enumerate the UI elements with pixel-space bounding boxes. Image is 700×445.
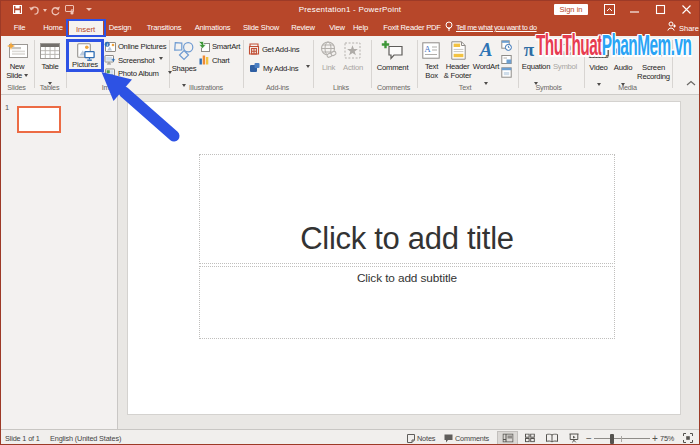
insert-tab-highlight-box bbox=[66, 19, 106, 37]
collapse-ribbon-icon[interactable] bbox=[686, 80, 696, 86]
workspace: 1 Click to add title Click to add subtit… bbox=[0, 95, 700, 429]
header-footer-icon bbox=[451, 41, 466, 60]
online-pictures-icon: i bbox=[104, 41, 116, 52]
photo-album-icon bbox=[104, 68, 116, 79]
text-box-button[interactable]: A Text Box bbox=[420, 38, 443, 92]
minimize-icon[interactable] bbox=[629, 4, 640, 15]
online-pictures-button[interactable]: i Online Pictures bbox=[104, 41, 166, 53]
zoom-level[interactable]: 75% bbox=[660, 434, 674, 443]
lightbulb-icon bbox=[445, 21, 453, 33]
title-placeholder-text[interactable]: Click to add title bbox=[199, 222, 615, 256]
sign-in-button[interactable]: Sign in bbox=[554, 4, 588, 16]
group-label-slides: Slides bbox=[7, 83, 25, 92]
my-add-ins-icon bbox=[249, 62, 261, 74]
group-label-add-ins: Add-ins bbox=[266, 83, 289, 92]
comment-icon bbox=[381, 40, 405, 61]
tell-me-box[interactable]: Tell me what you want to do bbox=[456, 23, 537, 32]
tab-home[interactable]: Home bbox=[43, 23, 62, 32]
smartart-button[interactable]: SmartArt bbox=[198, 41, 240, 53]
zoom-in-button[interactable]: + bbox=[652, 433, 658, 444]
action-icon bbox=[344, 42, 361, 59]
group-separator bbox=[243, 40, 244, 88]
tab-design[interactable]: Design bbox=[109, 23, 131, 32]
notes-button[interactable]: Notes bbox=[417, 434, 435, 443]
screenshot-icon bbox=[104, 54, 116, 65]
group-label-images: Images bbox=[102, 83, 124, 92]
wordart-button[interactable]: A WordArt bbox=[472, 38, 500, 92]
close-icon[interactable] bbox=[681, 4, 692, 15]
watermark: ThuThuatPhanMem.vn bbox=[536, 29, 691, 62]
date-time-icon[interactable] bbox=[501, 40, 512, 51]
header-footer-label-line2: & Footer bbox=[444, 72, 471, 81]
watermark-part-blue: PhanMem.vn bbox=[602, 29, 692, 61]
smartart-icon bbox=[198, 41, 210, 52]
normal-view-icon bbox=[502, 434, 513, 443]
my-add-ins-label: My Add-ins bbox=[263, 62, 299, 73]
subtitle-placeholder-text[interactable]: Click to add subtitle bbox=[199, 271, 615, 285]
group-label-links: Links bbox=[333, 83, 349, 92]
powerpoint-window: Presentation1 - PowerPoint Sign in File … bbox=[0, 0, 700, 445]
group-label-text: Text bbox=[459, 83, 471, 92]
action-label: Action bbox=[343, 64, 363, 73]
slide-thumbnail-panel: 1 bbox=[0, 95, 118, 429]
get-add-ins-button[interactable]: Get Add-ins bbox=[248, 43, 299, 55]
group-label-comments: Comments bbox=[377, 83, 410, 92]
tab-animations[interactable]: Animations bbox=[195, 23, 231, 32]
slide-sorter-view-button[interactable] bbox=[519, 431, 540, 445]
tab-transitions[interactable]: Transitions bbox=[147, 23, 182, 32]
zoom-slider-thumb[interactable] bbox=[610, 434, 614, 444]
group-separator bbox=[169, 40, 170, 88]
zoom-slider-track[interactable] bbox=[594, 438, 650, 439]
normal-view-button[interactable] bbox=[497, 431, 518, 445]
my-add-ins-button[interactable]: My Add-ins bbox=[249, 62, 310, 74]
photo-album-label: Photo Album bbox=[118, 68, 159, 79]
screenshot-button[interactable]: Screenshot bbox=[104, 54, 163, 66]
group-label-media: Media bbox=[618, 83, 637, 92]
table-label: Table bbox=[41, 63, 58, 72]
text-box-icon: A bbox=[422, 42, 440, 59]
tab-slide-show[interactable]: Slide Show bbox=[243, 23, 279, 32]
tab-help[interactable]: Help bbox=[353, 23, 368, 32]
maximize-icon[interactable] bbox=[655, 4, 666, 15]
online-pictures-label: Online Pictures bbox=[118, 41, 166, 52]
zoom-slider-tick bbox=[621, 436, 622, 442]
audio-label: Audio bbox=[614, 64, 632, 73]
reading-view-icon bbox=[546, 434, 558, 443]
symbol-label: Symbol bbox=[553, 63, 577, 72]
ribbon-display-options-icon[interactable] bbox=[604, 4, 615, 15]
slide-thumbnail[interactable] bbox=[17, 106, 61, 133]
tab-file[interactable]: File bbox=[14, 23, 25, 32]
group-separator bbox=[371, 40, 372, 88]
object-icon[interactable] bbox=[501, 67, 512, 78]
language-indicator[interactable]: English (United States) bbox=[50, 434, 121, 443]
slide-canvas[interactable]: Click to add title Click to add subtitle bbox=[128, 102, 680, 414]
title-bar: Presentation1 - PowerPoint Sign in bbox=[0, 0, 700, 18]
shapes-label: Shapes bbox=[172, 65, 197, 74]
screenshot-dropdown-caret bbox=[159, 57, 163, 60]
video-label: Video bbox=[589, 64, 607, 73]
status-bar: Slide 1 of 1 English (United States) Not… bbox=[0, 429, 700, 445]
tab-foxit-reader-pdf[interactable]: Foxit Reader PDF bbox=[383, 23, 441, 32]
comments-icon[interactable] bbox=[444, 434, 453, 443]
new-slide-label-line2: Slide bbox=[6, 72, 28, 81]
link-label: Link bbox=[322, 64, 335, 73]
tab-review[interactable]: Review bbox=[291, 23, 315, 32]
zoom-out-button[interactable]: − bbox=[586, 433, 592, 444]
comment-label: Comment bbox=[377, 64, 409, 73]
reading-view-button[interactable] bbox=[541, 431, 562, 445]
tab-view[interactable]: View bbox=[329, 23, 345, 32]
slide-number-icon[interactable] bbox=[501, 54, 512, 65]
slide-indicator[interactable]: Slide 1 of 1 bbox=[5, 434, 40, 443]
chart-button[interactable]: Chart bbox=[198, 54, 229, 66]
equation-label: Equation bbox=[522, 63, 550, 72]
svg-text:A: A bbox=[424, 44, 431, 54]
group-separator bbox=[518, 40, 519, 88]
comments-button[interactable]: Comments bbox=[455, 434, 489, 443]
wordart-label: WordArt bbox=[473, 63, 499, 72]
screenshot-label: Screenshot bbox=[118, 54, 154, 65]
notes-icon[interactable] bbox=[407, 434, 415, 443]
photo-album-button[interactable]: Photo Album bbox=[104, 68, 172, 80]
slide-show-view-button[interactable] bbox=[563, 431, 584, 445]
fit-slide-to-window-icon[interactable] bbox=[683, 433, 693, 443]
group-separator bbox=[417, 40, 418, 88]
